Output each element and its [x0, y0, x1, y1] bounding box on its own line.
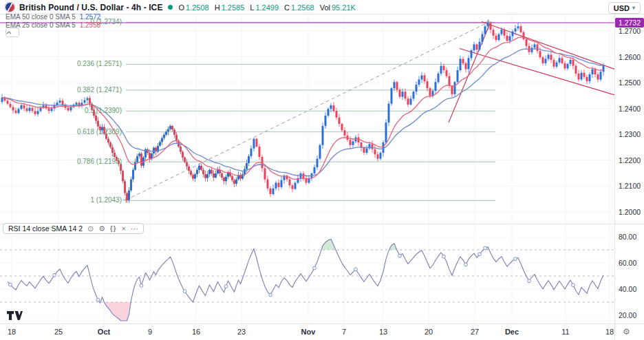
time-axis-border: [0, 323, 644, 324]
time-axis-label[interactable]: Nov: [296, 328, 321, 336]
time-axis-label[interactable]: 25: [46, 328, 71, 336]
symbol-title[interactable]: British Pound / U.S. Dollar - 4h - ICE: [19, 3, 162, 12]
price-axis-label: 1.2200: [619, 156, 641, 164]
close-icon[interactable]: ×: [121, 224, 125, 233]
rsi-indicator-legend[interactable]: RSI 14 close SMA 14 2 ⊙ ⚙ {} × ⋯: [3, 223, 144, 234]
rsi-axis-label: 20.00: [619, 311, 636, 319]
timezone-settings-icon[interactable]: ⚙: [623, 327, 630, 337]
ohlc-item: O1.2508: [178, 3, 208, 12]
ohlc-item: C1.2568: [284, 3, 314, 12]
price-axis-border[interactable]: [614, 14, 615, 340]
ohlc-values: O1.2508H1.2585L1.2499C1.2568Vol95.21K: [178, 3, 355, 12]
price-axis-label: 1.2600: [619, 53, 641, 61]
price-line-badge: 1.2732: [615, 18, 644, 28]
time-axis-label[interactable]: 18: [597, 328, 622, 336]
price-axis-label: 1.2000: [619, 208, 641, 216]
eye-icon[interactable]: ⊙: [87, 224, 94, 233]
tradingview-chart: British Pound / U.S. Dollar - 4h - ICE O…: [0, 0, 644, 340]
caret-down-icon: ▾: [632, 5, 635, 11]
chevron-up-icon: [6, 31, 12, 34]
legend-collapse-button[interactable]: [6, 28, 19, 37]
time-axis-label[interactable]: 23: [229, 328, 254, 336]
rsi-axis-label: 40.00: [619, 285, 636, 293]
more-icon[interactable]: ⋯: [131, 224, 138, 233]
time-axis-label[interactable]: 11: [553, 328, 578, 336]
chart-legend: British Pound / U.S. Dollar - 4h - ICE O…: [5, 2, 356, 12]
ohlc-item: Vol95.21K: [320, 3, 356, 12]
ohlc-item: L1.2499: [250, 3, 279, 12]
time-axis-label[interactable]: 7: [332, 328, 356, 336]
ohlc-item: H1.2585: [215, 3, 245, 12]
indicator-legend-ema50[interactable]: EMA 50 close 0 SMA 5 1.2572: [6, 13, 100, 21]
market-status-dot[interactable]: [168, 5, 173, 10]
time-axis-label[interactable]: 9: [138, 328, 162, 336]
main-chart-canvas[interactable]: [0, 0, 614, 224]
symbol-flag-icon: [5, 2, 15, 12]
price-axis-label: 1.2300: [619, 130, 641, 138]
source-code-icon[interactable]: {}: [110, 224, 116, 233]
time-axis-label[interactable]: 13: [371, 328, 396, 336]
indicator-legend-ema25[interactable]: EMA 25 close 0 SMA 5 1.2558: [6, 21, 100, 29]
time-axis-label[interactable]: 27: [462, 328, 487, 336]
rsi-axis-label: 80.00: [619, 233, 636, 241]
rsi-legend-title: RSI 14 close SMA 14 2: [8, 224, 83, 233]
rsi-pane-canvas[interactable]: [0, 224, 614, 323]
currency-label: USD: [614, 4, 630, 12]
time-axis-label[interactable]: Dec: [500, 328, 524, 336]
price-axis-label: 1.2100: [619, 182, 641, 190]
time-axis-label[interactable]: 20: [416, 328, 441, 336]
time-axis-label[interactable]: Oct: [92, 328, 116, 336]
indicator-label: EMA 50 close 0 SMA 5: [6, 13, 76, 21]
time-axis-label[interactable]: 16: [184, 328, 208, 336]
settings-icon[interactable]: ⚙: [98, 224, 105, 233]
indicator-value: 1.2572: [80, 13, 101, 21]
currency-toggle-button[interactable]: USD ▾: [608, 2, 641, 14]
time-axis-label[interactable]: 18: [0, 328, 24, 336]
price-axis-label: 1.2400: [619, 105, 641, 113]
price-axis-label: 1.2700: [619, 27, 641, 35]
price-axis-label: 1.2500: [619, 78, 641, 87]
rsi-axis-label: 60.00: [619, 259, 636, 267]
indicator-value: 1.2558: [80, 21, 101, 29]
